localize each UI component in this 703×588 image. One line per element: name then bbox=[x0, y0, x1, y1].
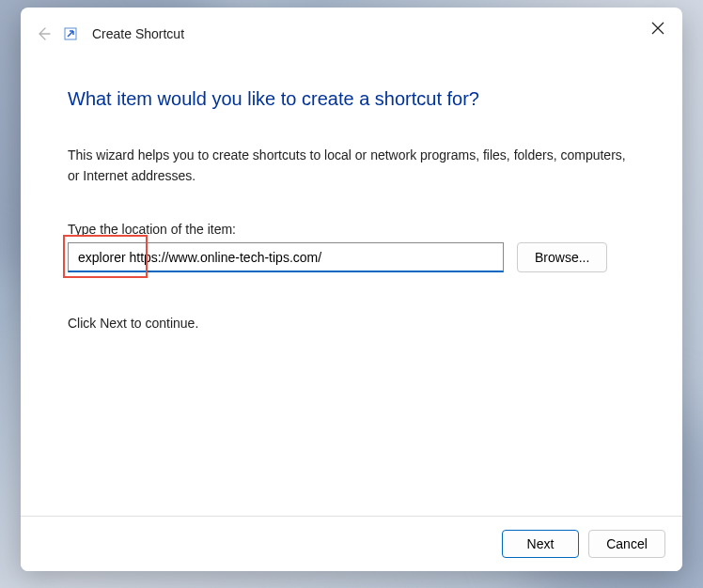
cancel-button[interactable]: Cancel bbox=[588, 530, 665, 558]
continue-text: Click Next to continue. bbox=[68, 316, 635, 331]
create-shortcut-dialog: Create Shortcut What item would you like… bbox=[21, 8, 682, 571]
dialog-content: What item would you like to create a sho… bbox=[21, 51, 682, 516]
dialog-footer: Next Cancel bbox=[21, 516, 682, 571]
back-arrow-icon bbox=[36, 26, 51, 41]
next-button[interactable]: Next bbox=[502, 530, 579, 558]
main-heading: What item would you like to create a sho… bbox=[68, 88, 635, 110]
back-button[interactable] bbox=[34, 24, 53, 43]
close-icon bbox=[651, 22, 664, 35]
shortcut-icon bbox=[64, 27, 77, 40]
location-label: Type the location of the item: bbox=[68, 222, 635, 237]
location-input[interactable] bbox=[68, 242, 504, 272]
help-text: This wizard helps you to create shortcut… bbox=[68, 146, 635, 186]
dialog-header: Create Shortcut bbox=[21, 8, 682, 51]
close-button[interactable] bbox=[647, 17, 669, 39]
dialog-title: Create Shortcut bbox=[92, 26, 184, 41]
browse-button[interactable]: Browse... bbox=[517, 242, 607, 272]
